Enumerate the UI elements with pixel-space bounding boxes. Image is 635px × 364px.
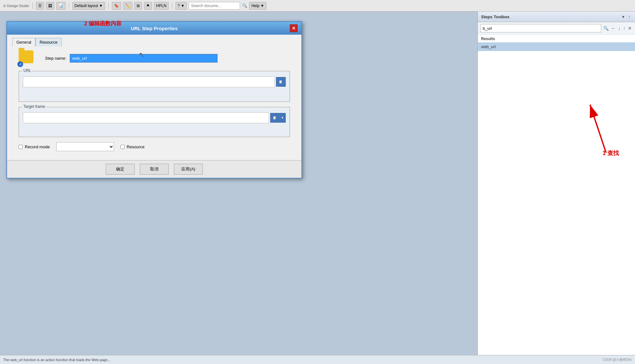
layout-dropdown-btn[interactable]: Default layout ▼ bbox=[72, 2, 105, 10]
svg-line-1 bbox=[590, 105, 606, 153]
annotation-find-text: 1 查找 bbox=[603, 149, 619, 157]
pencil-icon-btn[interactable]: ✏️ bbox=[123, 2, 132, 10]
record-mode-group: Record mode bbox=[19, 144, 50, 149]
hpln-btn[interactable]: HPLN bbox=[154, 2, 169, 10]
target-btn-icon: 📝 bbox=[273, 117, 276, 119]
target-legend: Target frame bbox=[22, 104, 46, 109]
tab-general[interactable]: General bbox=[12, 38, 35, 47]
toolbar-chart-btn[interactable]: 📊 bbox=[56, 2, 66, 10]
url-legend: URL bbox=[22, 68, 32, 73]
toolbox-nav-down-btn[interactable]: ↓ bbox=[618, 25, 621, 31]
resource-group: Resource bbox=[121, 144, 145, 149]
step-name-label: Step name: bbox=[45, 56, 67, 61]
toolbar-separator-2 bbox=[69, 3, 69, 9]
target-input[interactable] bbox=[23, 112, 269, 123]
red-arrow-find bbox=[580, 95, 619, 159]
dialog-title: URL Step Properties bbox=[19, 26, 290, 31]
step-name-input[interactable] bbox=[70, 54, 218, 63]
target-input-row: 📝 ▼ bbox=[23, 112, 286, 123]
record-mode-select[interactable] bbox=[56, 142, 114, 151]
record-mode-label: Record mode bbox=[25, 144, 50, 149]
resource-checkbox[interactable] bbox=[121, 145, 125, 149]
step-name-row: Step name: bbox=[19, 50, 296, 66]
resource-label: Resource bbox=[127, 144, 145, 149]
toolbar-separator-4 bbox=[172, 3, 172, 9]
bottom-controls: Record mode Resource bbox=[19, 142, 296, 151]
target-action-buttons: 📝 ▼ bbox=[270, 113, 286, 123]
grid-icon-btn[interactable]: ⊞ bbox=[134, 2, 142, 10]
toolbox-results-label: Results bbox=[478, 35, 635, 42]
annotation-edit: 2 编辑函数内容 bbox=[84, 20, 121, 27]
status-bar: The web_url function is an action functi… bbox=[0, 355, 635, 364]
bookmark-icon-btn[interactable]: 🔖 bbox=[112, 2, 121, 10]
url-fieldset: URL 📝 bbox=[19, 71, 290, 102]
url-input-row: 📝 bbox=[23, 76, 286, 87]
record-mode-checkbox[interactable] bbox=[19, 145, 23, 149]
cancel-button[interactable]: 取消 bbox=[140, 164, 169, 175]
tab-bar: General Resource 2 编辑函数内容 ↖ bbox=[12, 38, 296, 47]
toolbox-search-bar: 🔍 ← ↓ ↑ ✕ bbox=[478, 22, 635, 35]
dialog-body: General Resource 2 编辑函数内容 ↖ Step name: U bbox=[7, 35, 301, 157]
close-button[interactable]: ✕ bbox=[290, 24, 298, 32]
toolbox-header: Steps Toolbox ▾ ↑ bbox=[478, 12, 635, 22]
annotation-find-container: 1 查找 bbox=[580, 95, 619, 160]
toolbox-result-item-web-url[interactable]: web_url bbox=[478, 42, 635, 51]
flag-icon-btn[interactable]: ⚑ bbox=[144, 2, 152, 10]
dialog-titlebar: URL Step Properties ✕ bbox=[7, 22, 301, 35]
step-icon-badge bbox=[17, 61, 23, 67]
toolbox-controls: ▾ ↑ bbox=[621, 13, 632, 20]
help-question-btn[interactable]: ? ▼ bbox=[175, 2, 187, 10]
target-dropdown-btn[interactable]: ▼ bbox=[279, 113, 286, 123]
toolbox-dropdown-btn[interactable]: ▾ bbox=[621, 13, 626, 20]
url-step-properties-dialog: URL Step Properties ✕ General Resource 2… bbox=[6, 21, 302, 178]
url-action-button[interactable]: 📝 bbox=[276, 77, 286, 87]
main-area: URL Step Properties ✕ General Resource 2… bbox=[0, 12, 635, 364]
app-logo: 🖥 Design Studio bbox=[3, 4, 29, 8]
url-btn-icon: 📝 bbox=[279, 81, 282, 83]
toolbox-search-button[interactable]: 🔍 bbox=[603, 25, 609, 31]
target-frame-fieldset: Target frame 📝 ▼ bbox=[19, 107, 290, 137]
toolbox-nav-close-btn[interactable]: ✕ bbox=[627, 25, 632, 31]
step-icon bbox=[19, 50, 35, 66]
apply-button[interactable]: 应用(A) bbox=[174, 164, 203, 175]
url-input[interactable] bbox=[23, 76, 275, 87]
steps-toolbox-panel: Steps Toolbox ▾ ↑ 🔍 ← ↓ ↑ ✕ Results web_… bbox=[478, 12, 635, 364]
tab-resource[interactable]: Resource bbox=[35, 38, 62, 47]
toolbar-separator-1 bbox=[32, 3, 33, 9]
search-icon: 🔍 bbox=[242, 3, 247, 8]
toolbox-nav-up-btn[interactable]: ↑ bbox=[622, 25, 626, 31]
dialog-footer: 确定 取消 应用(A) bbox=[7, 160, 301, 178]
toolbar-list-btn[interactable]: ☰ bbox=[36, 2, 44, 10]
toolbox-collapse-btn[interactable]: ↑ bbox=[627, 13, 632, 20]
help-btn[interactable]: Help ▼ bbox=[249, 2, 266, 10]
status-text: The web_url function is an action functi… bbox=[3, 358, 111, 362]
watermark: CSDN @小透明OVo bbox=[603, 358, 632, 362]
toolbox-search-input[interactable] bbox=[480, 24, 601, 32]
main-toolbar: 🖥 Design Studio ☰ 🖼 📊 Default layout ▼ 🔖… bbox=[0, 0, 635, 12]
toolbar-img-btn[interactable]: 🖼 bbox=[46, 2, 54, 10]
toolbar-separator-3 bbox=[108, 3, 109, 9]
target-main-btn[interactable]: 📝 bbox=[270, 113, 279, 123]
toolbar-search-input[interactable] bbox=[189, 2, 240, 10]
confirm-button[interactable]: 确定 bbox=[106, 164, 135, 175]
toolbox-nav-back-btn[interactable]: ← bbox=[611, 25, 616, 31]
toolbox-title: Steps Toolbox bbox=[481, 14, 510, 19]
